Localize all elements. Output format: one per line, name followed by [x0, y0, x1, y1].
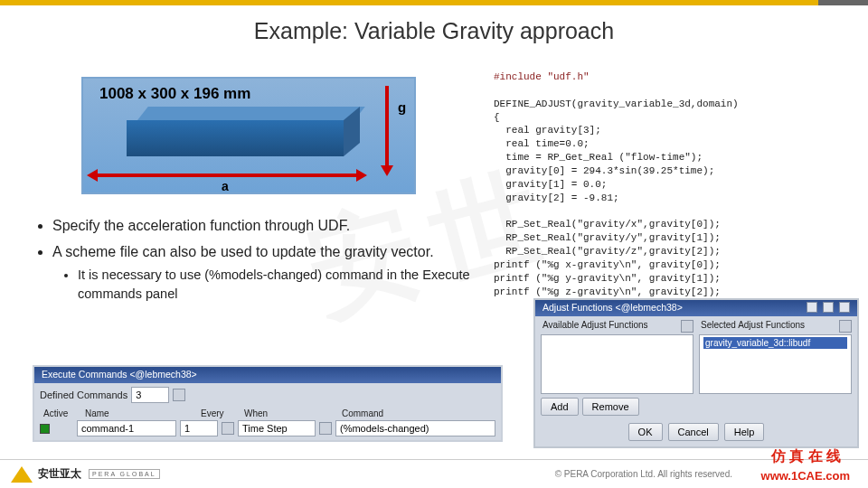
acceleration-arrow	[96, 174, 358, 177]
cancel-button[interactable]: Cancel	[668, 423, 719, 441]
selected-item[interactable]: gravity_variable_3d::libudf	[703, 337, 847, 349]
col-every: Every	[201, 408, 237, 418]
col-name: Name	[85, 408, 193, 418]
selected-list[interactable]: gravity_variable_3d::libudf	[699, 334, 852, 394]
copyright: © PERA Corporation Ltd. All rights reser…	[555, 469, 732, 479]
block-3d	[127, 107, 362, 156]
spinner-icon[interactable]	[173, 389, 185, 401]
active-checkbox[interactable]	[40, 424, 50, 434]
when-dropdown-icon[interactable]	[319, 422, 332, 435]
brand-subtitle: PERA GLOBAL	[89, 469, 160, 479]
footer: 安世亚太 PERA GLOBAL © PERA Corporation Ltd.…	[0, 459, 868, 488]
bullet-1: Specify the acceleration function throug…	[52, 215, 521, 236]
ok-button[interactable]: OK	[628, 423, 663, 441]
defined-commands-field[interactable]: 3	[131, 387, 169, 403]
selected-sort-icon[interactable]	[839, 320, 852, 333]
every-spinner-icon[interactable]	[222, 422, 234, 435]
col-when: When	[244, 408, 335, 418]
command-field[interactable]: (%models-changed)	[335, 420, 495, 436]
adjust-functions-title: Adjust Functions <@lebmech38>	[535, 300, 857, 316]
available-sort-icon[interactable]	[681, 320, 693, 333]
minimize-icon[interactable]	[807, 302, 817, 313]
bullet-2: A scheme file can also be used to update…	[52, 241, 521, 304]
adjust-functions-panel: Adjust Functions <@lebmech38> Available …	[533, 298, 859, 448]
overlay-text-1: 仿 真 在 线	[771, 447, 841, 466]
overlay-text-2: www.1CAE.com	[761, 469, 850, 483]
logo: 安世亚太 PERA GLOBAL	[11, 466, 160, 483]
selected-label: Selected Adjust Functions	[701, 320, 805, 333]
maximize-icon[interactable]	[823, 302, 834, 313]
col-command: Command	[342, 408, 492, 418]
when-field[interactable]: Time Step	[238, 420, 316, 436]
add-button[interactable]: Add	[541, 398, 579, 416]
help-button[interactable]: Help	[724, 423, 765, 441]
remove-button[interactable]: Remove	[582, 398, 639, 416]
gravity-arrow	[385, 86, 389, 167]
close-icon[interactable]	[839, 302, 850, 313]
logo-icon	[11, 466, 33, 483]
diagram-dimensions: 1008 x 300 x 196 mm	[99, 85, 250, 103]
col-active: Active	[43, 408, 78, 418]
bullet-list: Specify the acceleration function throug…	[33, 215, 521, 309]
defined-commands-label: Defined Commands	[40, 389, 127, 400]
every-field[interactable]: 1	[180, 420, 218, 436]
execute-commands-title: Execute Commands <@lebmech38>	[34, 367, 501, 383]
bullet-2-sub: It is necessary to use (%models-changed)…	[78, 266, 521, 304]
label-g: g	[398, 99, 406, 115]
label-a: a	[222, 179, 229, 193]
available-label: Available Adjust Functions	[542, 320, 648, 333]
name-field[interactable]: command-1	[77, 420, 176, 436]
available-list[interactable]	[541, 334, 693, 394]
execute-commands-panel: Execute Commands <@lebmech38> Defined Co…	[33, 365, 503, 442]
brand-name: 安世亚太	[38, 466, 81, 482]
code-listing: #include "udf.h" DEFINE_ADJUST(gravity_v…	[494, 70, 855, 298]
slide-title: Example: Variable Gravity approach	[0, 18, 868, 44]
accent-bar	[0, 0, 868, 5]
